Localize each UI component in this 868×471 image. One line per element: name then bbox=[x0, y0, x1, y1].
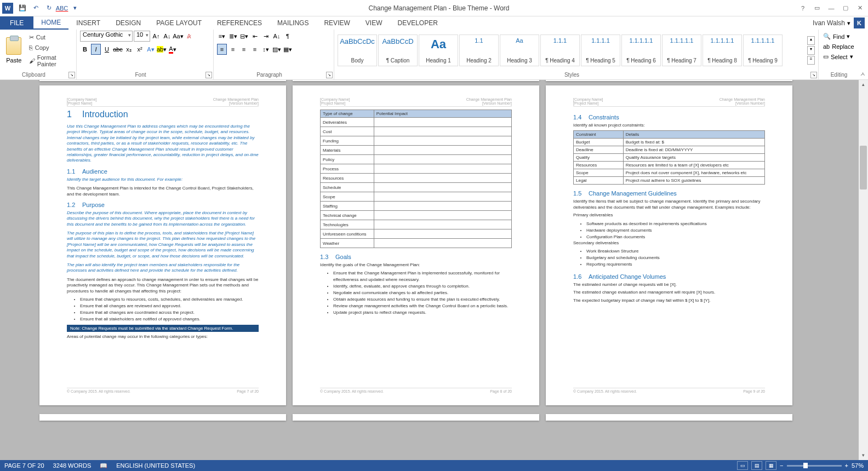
heading-guidelines: Change Management Guidelines bbox=[589, 190, 677, 197]
multilevel-icon[interactable]: ⊟▾ bbox=[239, 31, 249, 42]
tab-file[interactable]: FILE bbox=[0, 16, 33, 30]
subscript-button[interactable]: x₂ bbox=[124, 44, 134, 55]
redo-icon[interactable]: ↻ bbox=[43, 2, 55, 14]
borders-icon[interactable]: ▦▾ bbox=[283, 44, 293, 55]
tab-design[interactable]: DESIGN bbox=[108, 16, 149, 30]
styles-expand-icon[interactable]: ≡ bbox=[807, 56, 815, 65]
increase-indent-icon[interactable]: ⇥ bbox=[261, 31, 271, 42]
collapse-ribbon-icon[interactable]: ㅅ bbox=[860, 70, 866, 78]
style-item[interactable]: 1.1.1.1¶ Heading 5 bbox=[581, 35, 620, 66]
status-page[interactable]: PAGE 7 OF 20 bbox=[4, 462, 44, 469]
style-item[interactable]: 1.1.1.1.1¶ Heading 9 bbox=[743, 35, 783, 66]
highlight-icon[interactable]: ab▾ bbox=[157, 44, 167, 55]
status-proofing-icon[interactable]: 📖 bbox=[100, 462, 107, 469]
user-avatar[interactable]: K bbox=[854, 18, 865, 28]
style-item[interactable]: 1.1.1.1.1¶ Heading 6 bbox=[621, 35, 661, 66]
change-case-icon[interactable]: Aa▾ bbox=[173, 31, 183, 42]
font-size-combo[interactable]: 10 bbox=[134, 31, 150, 42]
tab-view[interactable]: VIEW bbox=[358, 16, 390, 30]
tab-insert[interactable]: INSERT bbox=[68, 16, 108, 30]
paragraph-launcher[interactable]: ↘ bbox=[326, 72, 333, 78]
zoom-level[interactable]: 57% bbox=[852, 462, 864, 469]
underline-button[interactable]: U bbox=[102, 44, 112, 55]
italic-button[interactable]: I bbox=[91, 44, 101, 55]
cut-button[interactable]: ✂Cut bbox=[27, 33, 73, 42]
styles-scroll-up-icon[interactable]: ▴ bbox=[807, 36, 815, 45]
zoom-in-button[interactable]: + bbox=[845, 462, 848, 469]
close-icon[interactable]: ✕ bbox=[854, 2, 866, 14]
bullets-icon[interactable]: ≡▾ bbox=[217, 31, 227, 42]
user-name[interactable]: Ivan Walsh bbox=[813, 19, 845, 27]
ribbon-display-icon[interactable]: ▭ bbox=[811, 2, 823, 14]
status-words[interactable]: 3248 WORDS bbox=[53, 462, 92, 469]
decrease-indent-icon[interactable]: ⇤ bbox=[250, 31, 260, 42]
print-layout-icon[interactable]: ▤ bbox=[751, 461, 762, 470]
copy-button[interactable]: ⎘Copy bbox=[27, 43, 73, 52]
shading-icon[interactable]: ▨▾ bbox=[272, 44, 282, 55]
style-item[interactable]: 1.1.1.1.1¶ Heading 7 bbox=[662, 35, 701, 66]
zoom-out-button[interactable]: − bbox=[780, 462, 783, 469]
status-language[interactable]: ENGLISH (UNITED STATES) bbox=[116, 462, 195, 469]
strikethrough-button[interactable]: abc bbox=[113, 44, 123, 55]
style-item[interactable]: 1.1.1.1.1¶ Heading 8 bbox=[703, 35, 742, 66]
style-item[interactable]: 1.1Heading 2 bbox=[459, 35, 499, 66]
list-item: Obtain adequate resources and funding to… bbox=[333, 296, 512, 303]
read-mode-icon[interactable]: ▭ bbox=[737, 461, 748, 470]
style-item[interactable]: AaBbCcDcBody bbox=[338, 35, 377, 66]
page-slice bbox=[546, 414, 792, 421]
styles-scroll-down-icon[interactable]: ▾ bbox=[807, 46, 815, 55]
shrink-font-icon[interactable]: A↓ bbox=[162, 31, 172, 42]
save-icon[interactable]: 💾 bbox=[16, 2, 28, 14]
sort-icon[interactable]: A↓ bbox=[272, 31, 282, 42]
grow-font-icon[interactable]: A↑ bbox=[151, 31, 161, 42]
vertical-scrollbar[interactable]: ▴ ▾ bbox=[859, 80, 868, 460]
user-dropdown-icon[interactable]: ▾ bbox=[847, 20, 850, 27]
spellcheck-icon[interactable]: ABC bbox=[56, 2, 68, 14]
font-launcher[interactable]: ↘ bbox=[205, 72, 212, 78]
clear-formatting-icon[interactable]: A̷ bbox=[184, 31, 194, 42]
tab-home[interactable]: HOME bbox=[33, 16, 68, 30]
style-item[interactable]: AaHeading 3 bbox=[500, 35, 539, 66]
text-effects-icon[interactable]: A▾ bbox=[146, 44, 156, 55]
heading-audience: Audience bbox=[82, 168, 107, 175]
font-name-combo[interactable]: Century Gothic bbox=[80, 31, 133, 42]
maximize-icon[interactable]: ▢ bbox=[840, 2, 852, 14]
scroll-up-icon[interactable]: ▴ bbox=[859, 80, 868, 89]
find-button[interactable]: 🔍Find ▾ bbox=[822, 32, 864, 41]
undo-icon[interactable]: ↶ bbox=[30, 2, 42, 14]
font-color-icon[interactable]: A▾ bbox=[168, 44, 178, 55]
web-layout-icon[interactable]: ▦ bbox=[766, 461, 776, 470]
line-spacing-icon[interactable]: ↕▾ bbox=[261, 44, 271, 55]
tab-review[interactable]: REVIEW bbox=[316, 16, 357, 30]
justify-icon[interactable]: ≡ bbox=[250, 44, 260, 55]
align-left-icon[interactable]: ≡ bbox=[217, 44, 227, 55]
format-painter-button[interactable]: 🖌Format Painter bbox=[27, 53, 73, 68]
select-button[interactable]: ▭Select ▾ bbox=[822, 52, 864, 61]
font-group-label: Font bbox=[77, 71, 204, 79]
scrollbar-thumb[interactable] bbox=[860, 146, 867, 189]
align-right-icon[interactable]: ≡ bbox=[239, 44, 249, 55]
numbering-icon[interactable]: ≣▾ bbox=[228, 31, 238, 42]
qat-customize-icon[interactable]: ▾ bbox=[69, 2, 81, 14]
paste-button[interactable]: Paste bbox=[3, 31, 25, 70]
superscript-button[interactable]: x² bbox=[135, 44, 145, 55]
help-icon[interactable]: ? bbox=[797, 2, 809, 14]
tab-mailings[interactable]: MAILINGS bbox=[270, 16, 316, 30]
style-item[interactable]: AaHeading 1 bbox=[419, 35, 458, 66]
zoom-slider[interactable] bbox=[787, 465, 842, 467]
replace-button[interactable]: abReplace bbox=[822, 42, 864, 51]
styles-launcher[interactable]: ↘ bbox=[810, 72, 817, 78]
bold-button[interactable]: B bbox=[80, 44, 90, 55]
show-hide-icon[interactable]: ¶ bbox=[283, 31, 293, 42]
document-canvas[interactable]: [Company Name][Project Name] Change Mana… bbox=[0, 80, 868, 460]
style-item[interactable]: 1.1.1¶ Heading 4 bbox=[540, 35, 580, 66]
tab-references[interactable]: REFERENCES bbox=[209, 16, 270, 30]
styles-gallery[interactable]: AaBbCcDcBodyAaBbCcD¶ CaptionAaHeading 11… bbox=[338, 31, 807, 70]
clipboard-launcher[interactable]: ↘ bbox=[68, 72, 75, 78]
align-center-icon[interactable]: ≡ bbox=[228, 44, 238, 55]
tab-pagelayout[interactable]: PAGE LAYOUT bbox=[149, 16, 209, 30]
scroll-down-icon[interactable]: ▾ bbox=[859, 451, 868, 460]
tab-developer[interactable]: DEVELOPER bbox=[390, 16, 445, 30]
minimize-icon[interactable]: — bbox=[825, 2, 837, 14]
style-item[interactable]: AaBbCcD¶ Caption bbox=[378, 35, 418, 66]
